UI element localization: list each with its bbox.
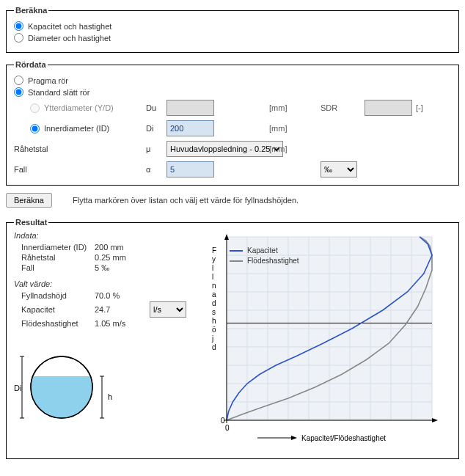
indata-head: Indata: [14,231,197,240]
svg-rect-2 [31,376,92,420]
di-input[interactable] [166,120,214,136]
legend-kap: Kapacitet [247,246,278,256]
x-axis-label: Kapacitet/Flödeshastighet [301,434,386,442]
res-kap-label: Kapacitet [14,305,95,314]
radio-pragma[interactable] [14,76,23,85]
radio-capacity[interactable] [14,21,23,31]
res-fall-value: 5 ‰ [95,263,150,272]
chart-legend: Kapacitet Flödeshastighet [230,246,299,266]
mu-symbol: μ [146,144,166,153]
label-pragma: Pragma rör [28,76,68,85]
legend-swatch-kap [230,250,243,252]
svg-marker-36 [432,418,438,422]
x-zero: 0 [225,424,230,432]
fall-label: Fall [14,165,146,174]
radio-standard[interactable] [14,87,23,97]
res-fall-label: Fall [14,263,95,272]
du-input-disabled [166,100,214,116]
berakna-legend: Beräkna [14,6,48,15]
res-fyll-label: Fyllnadshöjd [14,291,95,300]
fall-unit-select[interactable]: ‰ [321,161,357,177]
res-rough-label: Råhetstal [14,253,95,262]
label-diameter: Diameter och hastighet [28,34,111,43]
svg-marker-38 [291,436,297,440]
berakna-fieldset: Beräkna Kapacitet och hastighet Diameter… [6,6,459,53]
roughness-label: Råhetstal [14,144,146,153]
h-marker: h [108,392,112,401]
res-kap-value: 24.7 [95,305,150,314]
rordata-legend: Rördata [14,60,48,69]
label-inner: Innerdiameter (ID) [44,124,109,133]
radio-ytter [30,103,40,113]
sdr-input-disabled [365,100,412,116]
roughness-unit: [mm] [269,144,321,153]
kap-unit-select[interactable]: l/s [150,301,186,318]
radio-diameter[interactable] [14,33,23,43]
legend-flow: Flödeshastighet [247,256,299,266]
fall-input[interactable] [166,161,214,177]
du-symbol: Du [146,103,166,112]
res-id-label: Innerdiameter (ID) [14,243,95,252]
hint-text: Flytta markören över listan och välj ett… [73,196,299,205]
resultat-legend: Resultat [14,218,48,227]
alpha-symbol: α [146,165,166,174]
y-axis-label: Fyllnadshöjd [211,246,216,351]
res-flow-label: Flödeshastighet [14,319,95,328]
valt-head: Valt värde: [14,279,197,288]
di-unit: [mm] [269,124,321,133]
di-marker: Di [14,384,21,392]
sdr-label: SDR [321,103,365,112]
du-unit: [mm] [269,103,321,112]
label-ytter: Ytterdiameter (Y/D) [44,103,114,112]
legend-swatch-flow [230,260,243,262]
pipe-diagram: Di h [14,347,197,429]
label-standard: Standard slätt rör [28,88,89,97]
resultat-fieldset: Resultat Indata: Innerdiameter (ID) 200 … [6,218,459,459]
label-capacity: Kapacitet och hastighet [28,22,111,31]
calculate-button[interactable]: Beräkna [6,193,52,208]
rordata-fieldset: Rördata Pragma rör Standard slätt rör Yt… [6,60,459,186]
di-symbol: Di [146,124,166,133]
sdr-unit: [-] [416,103,431,112]
res-flow-value: 1.05 m/s [95,319,150,328]
res-fyll-value: 70.0 % [95,291,150,300]
roughness-select[interactable]: Huvudavloppsledning - 0.25 [166,141,283,157]
radio-inner[interactable] [30,124,40,133]
res-rough-value: 0.25 mm [95,253,150,262]
res-id-value: 200 mm [95,243,150,252]
